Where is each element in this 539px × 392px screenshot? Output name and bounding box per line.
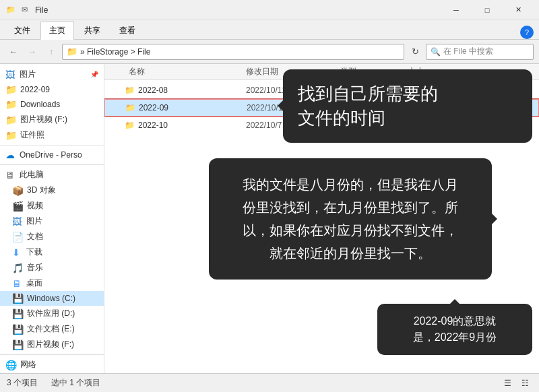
sidebar-label-e: 文件文档 (E:) [27,323,75,335]
sidebar-item-thispc[interactable]: 🖥 此电脑 [0,167,104,183]
forward-button[interactable]: → [24,44,40,60]
sidebar-item-3d[interactable]: 📦 3D 对象 [0,183,104,198]
close-button[interactable]: ✕ [503,0,534,20]
video-icon: 🎬 [12,201,24,211]
sidebar-divider-1 [0,145,104,145]
file-date-2022-09: 2022/10/12 上... [247,102,341,114]
file-date-2022-10: 2022/10/7 上... [246,120,340,131]
tab-share[interactable]: 共享 [75,22,109,39]
tiles-view-button[interactable]: ☷ [517,377,532,390]
sidebar: 🖼 图片 📌 📁 2022-09 📁 Downloads 📁 图片视频 (F:)… [0,64,104,374]
maximize-button[interactable]: □ [472,0,503,20]
address-path[interactable]: 📁 » FileStorage > File [62,44,404,60]
callout-middle: 我的文件是八月份的，但是我在八月份里没找到，在九月份里找到了。所以，如果你在对应… [209,158,492,280]
minimize-button[interactable]: ─ [441,0,472,20]
path-text: » FileStorage > File [80,47,150,57]
3d-icon: 📦 [12,185,24,196]
help-button[interactable]: ? [520,26,534,39]
sidebar-item-docs[interactable]: 📄 文档 [0,229,104,244]
folder-icon-2022-08: 📁 [125,86,135,95]
folder-icon-id: 📁 [5,130,17,141]
tab-home[interactable]: 主页 [40,22,74,40]
sidebar-item-drive-f[interactable]: 💾 图片视频 (F:) [0,337,104,352]
pin-icon: 📌 [90,71,98,78]
tab-file[interactable]: 文件 [5,22,39,39]
status-count: 3 个项目 [7,377,38,389]
sidebar-label-id: 证件照 [20,129,44,141]
sidebar-label-2022-09: 2022-09 [20,85,50,94]
col-size[interactable]: 大小 [408,66,462,77]
table-row[interactable]: 📁 2022-08 2022/10/12 上... [104,81,539,99]
sidebar-label-network: 网络 [20,359,36,370]
table-row[interactable]: 📁 2022-09 2022/10/12 上... [104,99,539,117]
folder-icon-2022-09: 📁 [5,84,17,95]
search-icon: 🔍 [431,47,441,57]
network-icon: 🌐 [5,360,17,370]
file-rows: 📁 2022-08 2022/10/12 上... 📁 2022-09 2022… [104,80,539,134]
search-box[interactable]: 🔍 在 File 中搜索 [426,44,534,60]
mail-icon: ✉ [19,5,30,15]
col-type[interactable]: 类型 [340,66,408,77]
sidebar-label-dl: 下载 [26,247,42,258]
file-name-2022-08: 📁 2022-08 [125,86,246,95]
sidebar-item-onedrive[interactable]: ☁ OneDrive - Perso [0,148,104,162]
sidebar-label-f: 图片视频 (F:) [27,339,74,350]
folder-icon-2022-10: 📁 [125,121,135,130]
sidebar-item-img[interactable]: 🖼 图片 [0,214,104,229]
details-view-button[interactable]: ☰ [500,377,515,390]
sidebar-label-pv-f: 图片视频 (F:) [20,114,67,125]
window-title: File [35,5,441,15]
sidebar-label-thispc: 此电脑 [20,169,44,181]
callout-bottom-text: 2022-09的意思就是，2022年9月份 [413,315,497,343]
folder-icon-pv-f: 📁 [5,115,17,125]
sidebar-label-d: 软件应用 (D:) [27,308,75,319]
col-date[interactable]: 修改日期 [246,66,340,77]
address-bar: ← → ↑ 📁 » FileStorage > File ↻ 🔍 在 File … [0,40,539,64]
folder-icon: 📁 [5,5,16,15]
drive-c-icon: 💾 [12,293,24,304]
drive-d-icon: 💾 [12,308,24,319]
img-icon: 🖼 [12,216,23,227]
sidebar-item-music[interactable]: 🎵 音乐 [0,260,104,275]
sidebar-item-drive-e[interactable]: 💾 文件文档 (E:) [0,321,104,337]
onedrive-icon: ☁ [5,150,16,160]
sidebar-item-windows-c[interactable]: 💾 Windows (C:) [0,291,104,306]
sidebar-divider-3 [0,354,104,355]
dl-icon: ⬇ [12,247,23,258]
file-name-2022-10: 📁 2022-10 [125,121,246,130]
path-folder-icon: 📁 [67,46,77,57]
sidebar-item-pictures-video-f[interactable]: 📁 图片视频 (F:) [0,112,104,127]
ribbon: 文件 主页 共享 查看 ? [0,20,539,40]
callout-middle-text: 我的文件是八月份的，但是我在八月份里没找到，在九月份里找到了。所以，如果你在对应… [243,177,458,261]
title-bar-icons: 📁 ✉ [5,5,30,15]
title-bar: 📁 ✉ File ─ □ ✕ [0,0,539,20]
sidebar-item-2022-09[interactable]: 📁 2022-09 [0,82,104,97]
col-name[interactable]: 名称 [125,66,246,77]
file-name-2022-09: 📁 2022-09 [125,103,247,112]
sidebar-label-downloads: Downloads [20,100,60,109]
up-button[interactable]: ↑ [43,44,59,60]
table-row[interactable]: 📁 2022-10 2022/10/7 上... [104,117,539,134]
sidebar-item-network[interactable]: 🌐 网络 [0,357,104,372]
tab-view[interactable]: 查看 [110,22,144,39]
main-area: 🖼 图片 📌 📁 2022-09 📁 Downloads 📁 图片视频 (F:)… [0,64,539,374]
drive-e-icon: 💾 [12,324,24,335]
back-button[interactable]: ← [5,44,22,60]
sidebar-item-dl[interactable]: ⬇ 下载 [0,244,104,260]
sidebar-item-pictures[interactable]: 🖼 图片 📌 [0,67,104,82]
sidebar-item-video[interactable]: 🎬 视频 [0,198,104,214]
sidebar-label-music: 音乐 [27,262,43,273]
folder-icon-downloads: 📁 [5,99,17,110]
column-headers: 名称 修改日期 类型 大小 [104,64,539,80]
docs-icon: 📄 [12,232,24,242]
folder-icon-2022-09: 📁 [125,103,135,112]
sidebar-label-desktop: 桌面 [26,277,42,289]
refresh-button[interactable]: ↻ [407,44,423,60]
sidebar-item-desktop[interactable]: 🖥 桌面 [0,275,104,291]
sidebar-item-id-photos[interactable]: 📁 证件照 [0,127,104,143]
file-date-2022-08: 2022/10/12 上... [246,85,340,96]
sidebar-divider-2 [0,164,104,165]
sidebar-item-drive-d[interactable]: 💾 软件应用 (D:) [0,306,104,321]
sidebar-item-downloads[interactable]: 📁 Downloads [0,97,104,112]
desktop-icon: 🖥 [12,278,23,289]
